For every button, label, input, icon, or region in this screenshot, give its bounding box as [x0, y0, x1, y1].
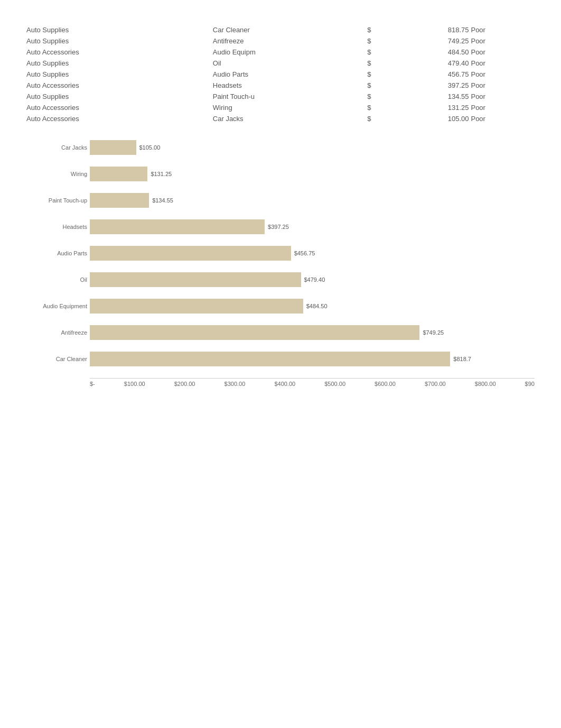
x-axis-label: $-	[90, 381, 95, 387]
bar-wrap: $105.00	[90, 140, 535, 155]
bar-wrap: $479.40	[90, 272, 535, 287]
x-axis-label: $700.00	[425, 381, 446, 387]
bar	[90, 325, 419, 340]
cell-assessment: Poor	[471, 91, 535, 102]
bar-wrap: $818.7	[90, 352, 535, 366]
bar-value: $131.25	[151, 171, 172, 177]
cell-category: Auto Supplies	[26, 91, 213, 102]
cell-amount: 484.50	[397, 47, 471, 58]
bar-row: Antifreeze $749.25	[90, 325, 535, 340]
bar-row: Wiring $131.25	[90, 167, 535, 181]
cell-amount: 131.25	[397, 102, 471, 113]
bar-wrap: $749.25	[90, 325, 535, 340]
bar	[90, 167, 147, 181]
bar-value: $456.75	[294, 250, 315, 256]
bar-row: Audio Parts $456.75	[90, 246, 535, 261]
cell-assessment: Poor	[471, 58, 535, 69]
cell-assessment: Poor	[471, 80, 535, 91]
x-axis-label: $100.00	[124, 381, 145, 387]
cell-assessment: Poor	[471, 24, 535, 35]
table-row: Auto Supplies Audio Parts $ 456.75 Poor	[26, 69, 535, 80]
cell-product: Oil	[213, 58, 367, 69]
table-row: Auto Supplies Oil $ 479.40 Poor	[26, 58, 535, 69]
cell-currency: $	[367, 80, 396, 91]
cell-currency: $	[367, 58, 396, 69]
cell-amount: 479.40	[397, 58, 471, 69]
bar-label: Car Cleaner	[26, 356, 87, 362]
bar-row: Car Jacks $105.00	[90, 140, 535, 155]
bar	[90, 246, 291, 261]
table-row: Auto Supplies Antifreeze $ 749.25 Poor	[26, 35, 535, 47]
cell-assessment: Poor	[471, 69, 535, 80]
table-row: Auto Accessories Car Jacks $ 105.00 Poor	[26, 113, 535, 124]
bar	[90, 299, 303, 314]
bar	[90, 272, 301, 287]
x-axis-label: $600.00	[375, 381, 396, 387]
cell-category: Auto Supplies	[26, 24, 213, 35]
cell-currency: $	[367, 69, 396, 80]
cell-currency: $	[367, 91, 396, 102]
table-row: Auto Accessories Headsets $ 397.25 Poor	[26, 80, 535, 91]
bar-wrap: $131.25	[90, 167, 535, 181]
cell-currency: $	[367, 35, 396, 47]
bar-value: $397.25	[268, 224, 289, 230]
cell-amount: 134.55	[397, 91, 471, 102]
table-row: Auto Accessories Wiring $ 131.25 Poor	[26, 102, 535, 113]
cell-currency: $	[367, 47, 396, 58]
bar	[90, 219, 265, 234]
cell-product: Headsets	[213, 80, 367, 91]
x-axis	[90, 378, 535, 379]
cell-category: Auto Supplies	[26, 35, 213, 47]
cell-product: Paint Touch-u	[213, 91, 367, 102]
bar	[90, 193, 149, 208]
bar-row: Oil $479.40	[90, 272, 535, 287]
cell-amount: 397.25	[397, 80, 471, 91]
cell-currency: $	[367, 24, 396, 35]
bar-wrap: $484.50	[90, 299, 535, 314]
cell-currency: $	[367, 113, 396, 124]
cell-category: Auto Accessories	[26, 102, 213, 113]
bar-wrap: $456.75	[90, 246, 535, 261]
bar-label: Antifreeze	[26, 329, 87, 336]
cell-category: Auto Supplies	[26, 69, 213, 80]
bar	[90, 140, 136, 155]
cell-product: Audio Parts	[213, 69, 367, 80]
bar-value: $749.25	[423, 329, 444, 336]
table-row: Auto Supplies Paint Touch-u $ 134.55 Poo…	[26, 91, 535, 102]
bar-value: $818.7	[453, 356, 471, 362]
cell-currency: $	[367, 102, 396, 113]
x-axis-label: $800.00	[475, 381, 496, 387]
cell-product: Audio Equipm	[213, 47, 367, 58]
cell-assessment: Poor	[471, 102, 535, 113]
cell-amount: 749.25	[397, 35, 471, 47]
cell-assessment: Poor	[471, 113, 535, 124]
x-axis-label: $300.00	[225, 381, 246, 387]
cell-amount: 456.75	[397, 69, 471, 80]
x-axis-label: $500.00	[324, 381, 345, 387]
bar-wrap: $134.55	[90, 193, 535, 208]
bar-value: $105.00	[139, 144, 161, 151]
x-axis-label: $200.00	[174, 381, 195, 387]
cell-amount: 818.75	[397, 24, 471, 35]
bar-label: Wiring	[26, 171, 87, 177]
bar-chart: Car Jacks $105.00 Wiring $131.25 Paint T…	[26, 140, 535, 403]
bar-value: $484.50	[306, 303, 328, 309]
sales-table: Auto Supplies Car Cleaner $ 818.75 Poor …	[26, 21, 535, 124]
cell-category: Auto Accessories	[26, 47, 213, 58]
bar-value: $134.55	[152, 197, 173, 204]
x-axis-labels: $-$100.00$200.00$300.00$400.00$500.00$60…	[90, 381, 535, 387]
cell-product: Antifreeze	[213, 35, 367, 47]
cell-category: Auto Accessories	[26, 113, 213, 124]
cell-product: Car Jacks	[213, 113, 367, 124]
cell-assessment: Poor	[471, 47, 535, 58]
cell-product: Car Cleaner	[213, 24, 367, 35]
bar-row: Car Cleaner $818.7	[90, 352, 535, 366]
cell-category: Auto Supplies	[26, 58, 213, 69]
table-row: Auto Supplies Car Cleaner $ 818.75 Poor	[26, 24, 535, 35]
bar-label: Headsets	[26, 224, 87, 230]
bar-row: Paint Touch-up $134.55	[90, 193, 535, 208]
bar-row: Audio Equipment $484.50	[90, 299, 535, 314]
bar-label: Audio Parts	[26, 250, 87, 256]
x-axis-label: $400.00	[274, 381, 295, 387]
bar-label: Audio Equipment	[26, 303, 87, 309]
